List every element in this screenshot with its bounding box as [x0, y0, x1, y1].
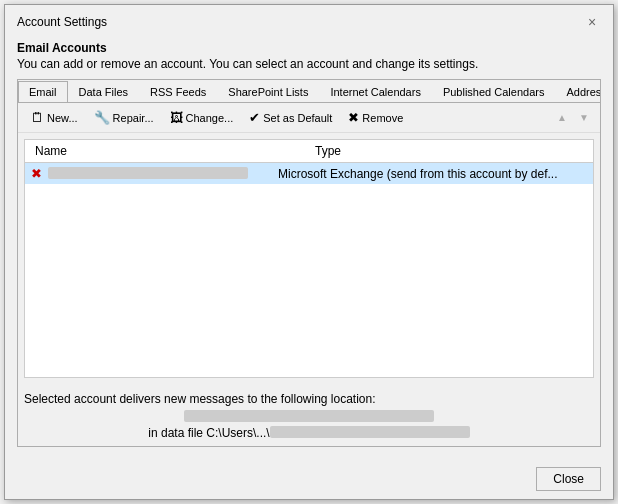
window-close-button[interactable]: × — [583, 13, 601, 31]
remove-button[interactable]: ✖ Remove — [341, 107, 410, 128]
account-settings-dialog: Account Settings × Email Accounts You ca… — [4, 4, 614, 500]
account-type: Microsoft Exchange (send from this accou… — [278, 167, 587, 181]
set-default-button[interactable]: ✔ Set as Default — [242, 107, 339, 128]
repair-button[interactable]: 🔧 Repair... — [87, 107, 161, 128]
table-header: Name Type — [25, 140, 593, 163]
toolbar: 🗒 New... 🔧 Repair... 🖼 Change... ✔ Set a… — [18, 103, 600, 133]
delivery-label: Selected account delivers new messages t… — [24, 392, 594, 406]
change-icon: 🖼 — [170, 110, 183, 125]
tab-content-email: 🗒 New... 🔧 Repair... 🖼 Change... ✔ Set a… — [18, 103, 600, 446]
account-icon: ✖ — [31, 166, 42, 181]
table-row[interactable]: ✖ Microsoft Exchange (send from this acc… — [25, 163, 593, 184]
col-header-type: Type — [311, 143, 587, 159]
dialog-body: Email Accounts You can add or remove an … — [5, 37, 613, 459]
account-table: Name Type ✖ Microsoft Exchange (send fro… — [24, 139, 594, 378]
delivery-datafile: in data file C:\Users\...\ — [24, 426, 594, 440]
remove-icon: ✖ — [348, 110, 359, 125]
tabs-container: Email Data Files RSS Feeds SharePoint Li… — [17, 79, 601, 447]
section-title: Email Accounts — [17, 41, 601, 55]
tab-internet-calendars[interactable]: Internet Calendars — [319, 81, 432, 103]
tab-data-files[interactable]: Data Files — [68, 81, 140, 103]
dialog-title: Account Settings — [17, 15, 107, 29]
tab-email[interactable]: Email — [18, 81, 68, 103]
col-header-name: Name — [31, 143, 311, 159]
set-default-icon: ✔ — [249, 110, 260, 125]
bottom-section: Selected account delivers new messages t… — [18, 384, 600, 446]
account-name — [48, 167, 278, 181]
new-button[interactable]: 🗒 New... — [24, 107, 85, 128]
footer: Close — [5, 459, 613, 499]
move-down-button[interactable]: ▼ — [574, 108, 594, 128]
tab-sharepoint-lists[interactable]: SharePoint Lists — [217, 81, 319, 103]
tab-published-calendars[interactable]: Published Calendars — [432, 81, 556, 103]
delivery-account — [24, 410, 594, 424]
repair-icon: 🔧 — [94, 110, 110, 125]
title-bar: Account Settings × — [5, 5, 613, 37]
close-button[interactable]: Close — [536, 467, 601, 491]
tab-rss-feeds[interactable]: RSS Feeds — [139, 81, 217, 103]
tabs-row: Email Data Files RSS Feeds SharePoint Li… — [18, 80, 600, 103]
move-up-button[interactable]: ▲ — [552, 108, 572, 128]
section-desc: You can add or remove an account. You ca… — [17, 57, 601, 71]
change-button[interactable]: 🖼 Change... — [163, 107, 241, 128]
new-icon: 🗒 — [31, 110, 44, 125]
tab-address-books[interactable]: Address Books — [555, 81, 600, 103]
